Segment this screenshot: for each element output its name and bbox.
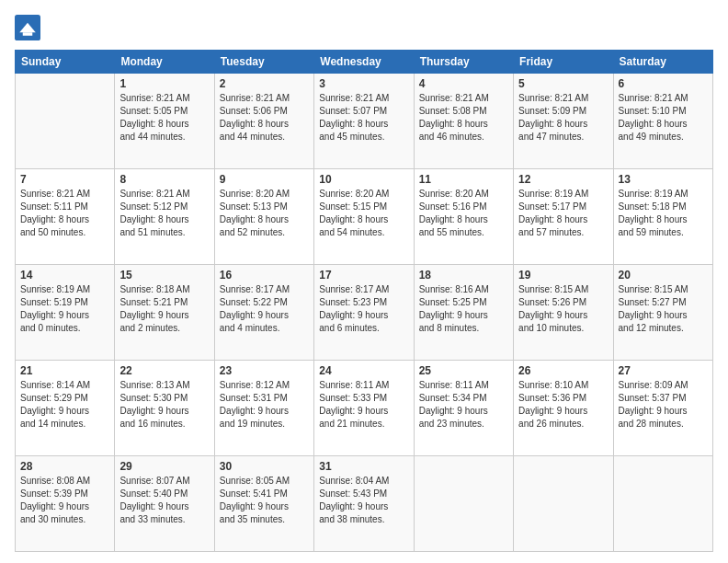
day-info: Sunrise: 8:13 AM Sunset: 5:30 PM Dayligh…	[119, 379, 209, 431]
week-row-4: 21Sunrise: 8:14 AM Sunset: 5:29 PM Dayli…	[16, 361, 713, 456]
svg-rect-2	[23, 32, 33, 36]
logo-icon	[15, 15, 40, 40]
day-info: Sunrise: 8:21 AM Sunset: 5:12 PM Dayligh…	[119, 188, 209, 239]
header-tuesday: Tuesday	[214, 51, 313, 74]
day-cell-empty-6	[613, 456, 712, 552]
week-row-1: 1Sunrise: 8:21 AM Sunset: 5:05 PM Daylig…	[16, 74, 713, 169]
day-number: 27	[619, 364, 708, 377]
day-cell-7: 7Sunrise: 8:21 AM Sunset: 5:11 PM Daylig…	[16, 169, 115, 265]
day-info: Sunrise: 8:14 AM Sunset: 5:29 PM Dayligh…	[20, 379, 109, 431]
day-cell-31: 31Sunrise: 8:04 AM Sunset: 5:43 PM Dayli…	[314, 456, 414, 552]
day-cell-empty-0	[16, 74, 115, 169]
day-number: 13	[619, 173, 708, 186]
header-sunday: Sunday	[16, 51, 115, 74]
header-wednesday: Wednesday	[314, 51, 414, 74]
day-info: Sunrise: 8:21 AM Sunset: 5:10 PM Dayligh…	[619, 92, 708, 144]
day-number: 31	[319, 460, 408, 473]
day-info: Sunrise: 8:19 AM Sunset: 5:17 PM Dayligh…	[518, 188, 608, 239]
day-info: Sunrise: 8:04 AM Sunset: 5:43 PM Dayligh…	[319, 475, 408, 526]
day-info: Sunrise: 8:20 AM Sunset: 5:16 PM Dayligh…	[419, 188, 508, 239]
day-info: Sunrise: 8:18 AM Sunset: 5:21 PM Dayligh…	[119, 283, 209, 335]
day-cell-14: 14Sunrise: 8:19 AM Sunset: 5:19 PM Dayli…	[16, 265, 115, 361]
day-cell-16: 16Sunrise: 8:17 AM Sunset: 5:22 PM Dayli…	[214, 265, 313, 361]
day-info: Sunrise: 8:16 AM Sunset: 5:25 PM Dayligh…	[419, 283, 508, 335]
day-number: 11	[419, 173, 508, 186]
day-number: 19	[518, 269, 608, 282]
day-cell-29: 29Sunrise: 8:07 AM Sunset: 5:40 PM Dayli…	[115, 456, 214, 552]
day-number: 22	[119, 364, 209, 377]
day-cell-23: 23Sunrise: 8:12 AM Sunset: 5:31 PM Dayli…	[214, 361, 313, 456]
day-info: Sunrise: 8:07 AM Sunset: 5:40 PM Dayligh…	[119, 475, 209, 526]
day-number: 4	[419, 77, 508, 90]
day-number: 8	[119, 173, 209, 186]
day-cell-18: 18Sunrise: 8:16 AM Sunset: 5:25 PM Dayli…	[414, 265, 513, 361]
day-info: Sunrise: 8:21 AM Sunset: 5:08 PM Dayligh…	[419, 92, 508, 144]
day-cell-13: 13Sunrise: 8:19 AM Sunset: 5:18 PM Dayli…	[613, 169, 712, 265]
calendar-table: SundayMondayTuesdayWednesdayThursdayFrid…	[15, 50, 713, 552]
day-cell-22: 22Sunrise: 8:13 AM Sunset: 5:30 PM Dayli…	[115, 361, 214, 456]
day-cell-empty-5	[514, 456, 613, 552]
day-number: 18	[419, 269, 508, 282]
day-info: Sunrise: 8:20 AM Sunset: 5:13 PM Dayligh…	[220, 188, 309, 239]
day-number: 5	[518, 77, 608, 90]
day-info: Sunrise: 8:19 AM Sunset: 5:19 PM Dayligh…	[20, 283, 109, 335]
day-number: 3	[319, 77, 408, 90]
day-cell-19: 19Sunrise: 8:15 AM Sunset: 5:26 PM Dayli…	[514, 265, 613, 361]
day-cell-20: 20Sunrise: 8:15 AM Sunset: 5:27 PM Dayli…	[613, 265, 712, 361]
header-friday: Friday	[514, 51, 613, 74]
day-info: Sunrise: 8:21 AM Sunset: 5:11 PM Dayligh…	[20, 188, 109, 239]
day-number: 15	[119, 269, 209, 282]
day-number: 23	[220, 364, 309, 377]
day-cell-empty-4	[414, 456, 513, 552]
day-info: Sunrise: 8:08 AM Sunset: 5:39 PM Dayligh…	[20, 475, 109, 526]
day-number: 30	[220, 460, 309, 473]
header-saturday: Saturday	[613, 51, 712, 74]
day-info: Sunrise: 8:19 AM Sunset: 5:18 PM Dayligh…	[619, 188, 708, 239]
day-cell-1: 1Sunrise: 8:21 AM Sunset: 5:05 PM Daylig…	[115, 74, 214, 169]
day-info: Sunrise: 8:11 AM Sunset: 5:33 PM Dayligh…	[319, 379, 408, 431]
day-info: Sunrise: 8:21 AM Sunset: 5:06 PM Dayligh…	[220, 92, 309, 144]
header-monday: Monday	[115, 51, 214, 74]
day-number: 14	[20, 269, 109, 282]
day-number: 28	[20, 460, 109, 473]
day-info: Sunrise: 8:21 AM Sunset: 5:07 PM Dayligh…	[319, 92, 408, 144]
week-row-3: 14Sunrise: 8:19 AM Sunset: 5:19 PM Dayli…	[16, 265, 713, 361]
day-number: 20	[619, 269, 708, 282]
day-cell-11: 11Sunrise: 8:20 AM Sunset: 5:16 PM Dayli…	[414, 169, 513, 265]
day-info: Sunrise: 8:15 AM Sunset: 5:27 PM Dayligh…	[619, 283, 708, 335]
week-row-2: 7Sunrise: 8:21 AM Sunset: 5:11 PM Daylig…	[16, 169, 713, 265]
day-number: 17	[319, 269, 408, 282]
day-info: Sunrise: 8:21 AM Sunset: 5:09 PM Dayligh…	[518, 92, 608, 144]
day-cell-10: 10Sunrise: 8:20 AM Sunset: 5:15 PM Dayli…	[314, 169, 414, 265]
day-cell-26: 26Sunrise: 8:10 AM Sunset: 5:36 PM Dayli…	[514, 361, 613, 456]
day-info: Sunrise: 8:20 AM Sunset: 5:15 PM Dayligh…	[319, 188, 408, 239]
header-thursday: Thursday	[414, 51, 513, 74]
day-info: Sunrise: 8:05 AM Sunset: 5:41 PM Dayligh…	[220, 475, 309, 526]
day-number: 7	[20, 173, 109, 186]
day-info: Sunrise: 8:12 AM Sunset: 5:31 PM Dayligh…	[220, 379, 309, 431]
day-cell-6: 6Sunrise: 8:21 AM Sunset: 5:10 PM Daylig…	[613, 74, 712, 169]
day-number: 6	[619, 77, 708, 90]
day-cell-12: 12Sunrise: 8:19 AM Sunset: 5:17 PM Dayli…	[514, 169, 613, 265]
day-cell-30: 30Sunrise: 8:05 AM Sunset: 5:41 PM Dayli…	[214, 456, 313, 552]
day-info: Sunrise: 8:11 AM Sunset: 5:34 PM Dayligh…	[419, 379, 508, 431]
day-number: 25	[419, 364, 508, 377]
day-number: 12	[518, 173, 608, 186]
day-number: 21	[20, 364, 109, 377]
day-number: 24	[319, 364, 408, 377]
day-number: 29	[119, 460, 209, 473]
week-row-5: 28Sunrise: 8:08 AM Sunset: 5:39 PM Dayli…	[16, 456, 713, 552]
day-number: 16	[220, 269, 309, 282]
day-info: Sunrise: 8:21 AM Sunset: 5:05 PM Dayligh…	[119, 92, 209, 144]
day-info: Sunrise: 8:09 AM Sunset: 5:37 PM Dayligh…	[619, 379, 708, 431]
day-info: Sunrise: 8:17 AM Sunset: 5:23 PM Dayligh…	[319, 283, 408, 335]
day-cell-4: 4Sunrise: 8:21 AM Sunset: 5:08 PM Daylig…	[414, 74, 513, 169]
day-cell-17: 17Sunrise: 8:17 AM Sunset: 5:23 PM Dayli…	[314, 265, 414, 361]
day-number: 10	[319, 173, 408, 186]
day-cell-27: 27Sunrise: 8:09 AM Sunset: 5:37 PM Dayli…	[613, 361, 712, 456]
day-number: 26	[518, 364, 608, 377]
day-info: Sunrise: 8:10 AM Sunset: 5:36 PM Dayligh…	[518, 379, 608, 431]
day-cell-3: 3Sunrise: 8:21 AM Sunset: 5:07 PM Daylig…	[314, 74, 414, 169]
day-number: 1	[119, 77, 209, 90]
day-number: 9	[220, 173, 309, 186]
